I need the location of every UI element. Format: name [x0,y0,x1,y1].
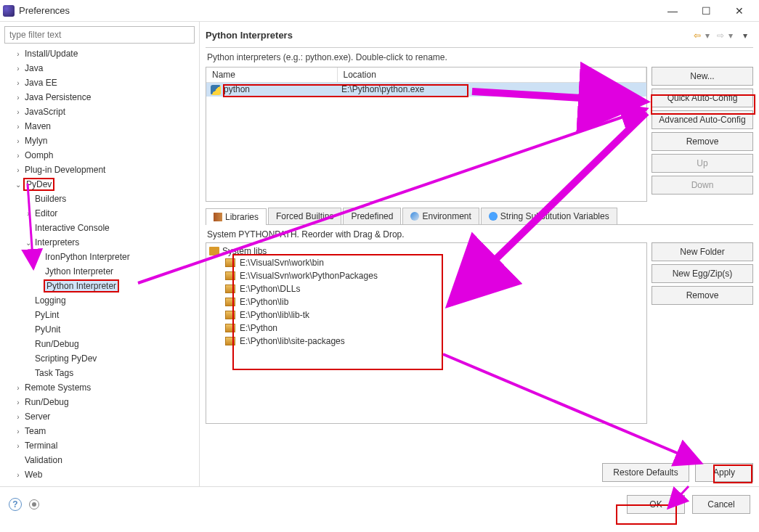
remove-path-button[interactable]: Remove [652,286,753,305]
lib-path-text: E:\VisualSvn\work\PythonPackages [240,271,378,281]
tree-item-label: Web [23,470,44,480]
tree-item-interactive-console[interactable]: Interactive Console [4,221,192,235]
lib-path-row[interactable]: E:\VisualSvn\work\PythonPackages [209,269,644,282]
tree-item-ironpython-interpreter[interactable]: IronPython Interpreter [4,250,192,264]
chevron-icon: › [13,108,23,116]
forward-icon[interactable]: ⇨ [717,30,726,41]
tree-item-label: Server [23,412,52,422]
tree-item-python-interpreter[interactable]: Python Interpreter [4,279,192,293]
tree-item-terminal[interactable]: ›Terminal [4,438,192,453]
lib-path-row[interactable]: E:\Python [209,322,644,335]
tree-item-editor[interactable]: ›Editor [4,206,192,221]
tree-item-team[interactable]: ›Team [4,424,192,438]
forward-menu-icon[interactable]: ▾ [728,30,737,41]
tree-item-jython-interpreter[interactable]: Jython Interpreter [4,264,192,279]
jar-icon [225,271,235,280]
maximize-button[interactable]: ☐ [689,0,723,22]
tree-item-scripting-pydev[interactable]: Scripting PyDev [4,351,192,366]
tree-item-label: Mylyn [23,136,49,146]
col-location[interactable]: Location [337,67,646,83]
tree-item-javascript[interactable]: ›JavaScript [4,105,192,119]
down-button[interactable]: Down [652,176,753,195]
tree-item-install-update[interactable]: ›Install/Update [4,46,192,61]
view-menu-icon[interactable]: ▾ [743,30,752,41]
tree-item-mylyn[interactable]: ›Mylyn [4,134,192,148]
ok-button[interactable]: OK [627,495,685,514]
tab-string-substitution[interactable]: String Substitution Variables [481,208,617,224]
jar-icon [225,285,235,293]
up-button[interactable]: Up [652,154,753,173]
tree-item-logging[interactable]: Logging [4,293,192,308]
remove-interpreter-button[interactable]: Remove [652,132,753,151]
interpreter-row[interactable]: python E:\Python\python.exe [206,83,646,97]
tree-item-interpreters[interactable]: ⌄Interpreters [4,235,192,250]
pythonpath-tree[interactable]: System libs E:\VisualSvn\work\binE:\Visu… [206,242,647,424]
col-name[interactable]: Name [206,67,337,83]
lib-path-row[interactable]: E:\Python\lib\site-packages [209,335,644,348]
lib-path-row[interactable]: E:\Python\lib\lib-tk [209,308,644,322]
tree-item-plug-in-development[interactable]: ›Plug-in Development [4,163,192,177]
advanced-auto-config-button[interactable]: Advanced Auto-Config [652,110,753,129]
minimize-button[interactable]: — [656,0,689,22]
back-menu-icon[interactable]: ▾ [705,30,714,41]
chevron-icon: › [13,65,23,73]
tab-predefined[interactable]: Predefined [343,208,401,224]
tree-item-pydev[interactable]: ⌄PyDev [4,177,192,192]
new-folder-button[interactable]: New Folder [652,242,753,261]
tree-item-java-ee[interactable]: ›Java EE [4,75,192,90]
chevron-icon: › [23,210,33,218]
tree-item-label: Team [23,426,47,436]
jar-icon [225,311,235,319]
back-icon[interactable]: ⇦ [694,30,702,41]
tree-item-pyunit[interactable]: PyUnit [4,322,192,337]
tree-item-java-persistence[interactable]: ›Java Persistence [4,90,192,105]
tree-item-builders[interactable]: Builders [4,192,192,206]
tree-item-label: IronPython Interpreter [44,252,131,262]
lib-path-row[interactable]: E:\Python\lib [209,295,644,308]
new-button[interactable]: New... [652,67,753,86]
tab-forced-builtins[interactable]: Forced Builtins [268,208,341,224]
tree-item-label: Python Interpreter [44,279,119,292]
lib-path-text: E:\Python\lib\site-packages [240,336,345,346]
tree-item-web[interactable]: ›Web [4,467,192,482]
tab-libraries[interactable]: Libraries [206,208,267,225]
tree-item-java[interactable]: ›Java [4,61,192,75]
app-icon [3,5,15,17]
chevron-icon: › [13,442,23,450]
close-button[interactable]: ✕ [723,0,756,22]
interpreter-table[interactable]: Name Location python E:\Python\python.ex… [206,67,647,202]
chevron-icon: › [13,427,23,435]
quick-auto-config-button[interactable]: Quick Auto-Config [652,89,753,107]
new-egg-button[interactable]: New Egg/Zip(s) [652,264,753,283]
tab-environment[interactable]: Environment [402,208,479,224]
system-libs-label: System libs [222,246,267,256]
cancel-button[interactable]: Cancel [692,495,750,514]
tree-item-server[interactable]: ›Server [4,409,192,424]
tree-item-maven[interactable]: ›Maven [4,119,192,134]
instruction-text: Python interpreters (e.g.: python.exe). … [206,48,753,67]
tree-item-task-tags[interactable]: Task Tags [4,366,192,380]
preferences-tree[interactable]: ›Install/Update›Java›Java EE›Java Persis… [4,46,195,482]
tabs: Libraries Forced Builtins Predefined Env… [206,208,753,225]
system-libs-root[interactable]: System libs [209,246,644,256]
panel-footer: Restore Defaults Apply [206,459,753,486]
tree-item-run-debug[interactable]: Run/Debug [4,337,192,351]
help-icon[interactable]: ? [9,498,22,511]
apply-button[interactable]: Apply [695,463,753,482]
tree-item-validation[interactable]: Validation [4,453,192,467]
progress-icon[interactable] [29,499,39,510]
tree-item-label: Java [23,63,44,73]
chevron-icon: › [13,50,23,58]
tree-item-run-debug[interactable]: ›Run/Debug [4,395,192,409]
tree-item-oomph[interactable]: ›Oomph [4,148,192,163]
chevron-icon: › [13,137,23,145]
lib-path-row[interactable]: E:\Python\DLLs [209,282,644,295]
lib-path-row[interactable]: E:\VisualSvn\work\bin [209,256,644,269]
tree-item-remote-systems[interactable]: ›Remote Systems [4,380,192,395]
restore-defaults-button[interactable]: Restore Defaults [602,463,689,482]
jar-icon [225,298,235,306]
tree-item-label: Maven [23,121,52,131]
filter-input[interactable] [4,26,195,44]
tree-item-label: Remote Systems [23,382,92,393]
tree-item-pylint[interactable]: PyLint [4,308,192,322]
